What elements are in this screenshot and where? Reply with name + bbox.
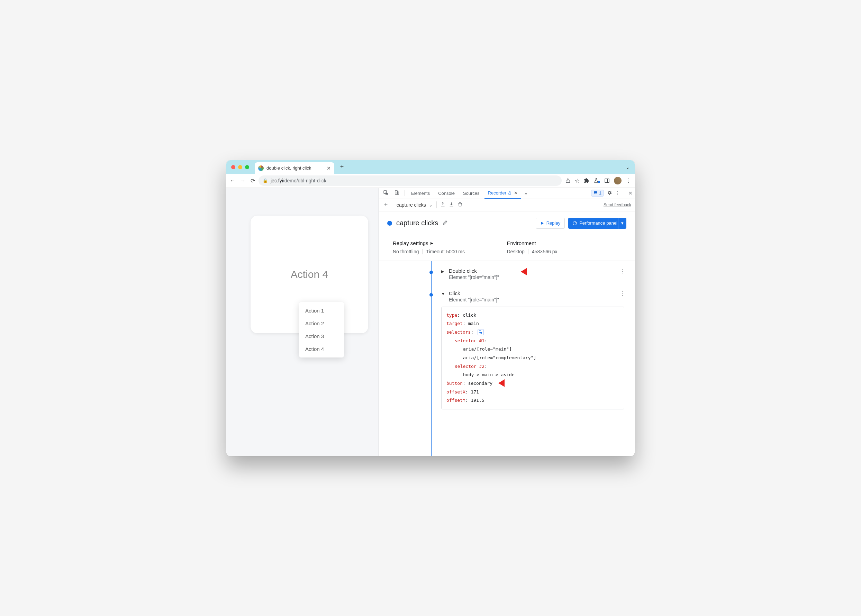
browser-tab[interactable]: double click, right click ✕ [255, 162, 334, 174]
edit-title-icon[interactable] [442, 220, 448, 227]
step-click: ▼ Click Element "[role="main"]" ⋮ type: … [427, 287, 635, 416]
context-menu-item[interactable]: Action 2 [299, 317, 344, 330]
address-bar: ← → ⟳ 🔒 jec.fyi/demo/dbl-right-click ☆ [226, 174, 635, 188]
tab-title: double click, right click [267, 165, 324, 171]
recording-settings: Replay settings ▶ No throttling Timeout:… [379, 235, 635, 261]
inspect-element-icon[interactable] [381, 190, 391, 196]
nav-buttons: ← → ⟳ [230, 178, 255, 184]
more-tabs-icon[interactable]: » [523, 191, 529, 196]
pick-selector-icon[interactable] [478, 329, 484, 335]
tab-console[interactable]: Console [435, 188, 458, 199]
detail-button: secondary [468, 381, 492, 386]
close-window-icon[interactable] [231, 165, 235, 169]
performance-panel-dropdown[interactable]: ▾ [618, 218, 626, 229]
replay-button[interactable]: Replay [536, 218, 565, 229]
minimize-window-icon[interactable] [238, 165, 242, 169]
recorder-toolbar: + capture clicks ⌄ [379, 199, 635, 211]
performance-panel-button[interactable]: Performance panel [568, 218, 622, 229]
send-feedback-link[interactable]: Send feedback [603, 203, 631, 207]
titlebar: double click, right click ✕ + ⌄ [226, 160, 635, 174]
detail-offsety: 191.5 [471, 398, 484, 403]
tab-recorder[interactable]: Recorder ✕ [484, 188, 521, 199]
reload-button[interactable]: ⟳ [251, 178, 255, 184]
step-menu-icon[interactable]: ⋮ [619, 268, 624, 275]
tabs-overflow-icon[interactable]: ⌄ [626, 164, 630, 170]
tab-recorder-label: Recorder [488, 190, 506, 195]
timeout-value: Timeout: 5000 ms [426, 249, 465, 255]
step-label: Double click [449, 268, 499, 274]
issues-icon [594, 191, 598, 195]
chrome-menu-icon[interactable]: ⋮ [626, 178, 631, 184]
env-size: 458×566 px [532, 249, 558, 255]
detail-target: main [468, 321, 479, 326]
context-menu-item[interactable]: Action 4 [299, 343, 344, 355]
bookmark-icon[interactable]: ☆ [575, 178, 580, 184]
new-recording-button[interactable]: + [382, 201, 389, 209]
step-selector: Element "[role="main"]" [449, 275, 499, 280]
issues-count: 1 [599, 191, 602, 195]
throttling-value: No throttling [393, 249, 419, 255]
maximize-window-icon[interactable] [245, 165, 249, 169]
settings-gear-icon[interactable] [606, 190, 612, 196]
recording-header: capture clicks Replay Performance panel [379, 211, 635, 235]
performance-panel-label: Performance panel [579, 220, 617, 226]
favicon-icon [258, 165, 264, 171]
context-menu-item[interactable]: Action 3 [299, 330, 344, 343]
detail-offsetx: 171 [471, 389, 479, 394]
step-dot-icon [429, 293, 433, 297]
flask-icon [507, 191, 512, 195]
devtools-menu-icon[interactable]: ⋮ [615, 190, 620, 196]
play-icon [540, 221, 544, 225]
window-controls [231, 165, 249, 169]
selector-value: aria/[role="main"] [446, 345, 619, 354]
share-icon[interactable] [565, 178, 571, 184]
card-title: Action 4 [291, 269, 328, 280]
disclosure-triangle-icon[interactable]: ▼ [441, 292, 446, 296]
replay-button-label: Replay [547, 220, 560, 226]
extensions-icon[interactable] [584, 178, 589, 184]
devtools-panel: Elements Console Sources Recorder ✕ » 1 [379, 188, 635, 456]
forward-button[interactable]: → [240, 178, 246, 184]
replay-settings-toggle[interactable]: Replay settings ▶ [393, 240, 507, 246]
disclosure-triangle-icon[interactable]: ▶ [441, 269, 446, 274]
url-input[interactable]: 🔒 jec.fyi/demo/dbl-right-click [259, 176, 562, 186]
url-text: jec.fyi/demo/dbl-right-click [270, 178, 326, 184]
tab-sources[interactable]: Sources [460, 188, 483, 199]
tab-close-icon[interactable]: ✕ [327, 165, 331, 171]
new-tab-button[interactable]: + [337, 162, 347, 172]
side-panel-icon[interactable] [604, 178, 610, 184]
step-label: Click [449, 290, 499, 296]
env-device: Desktop [507, 249, 525, 255]
recording-indicator-icon [387, 221, 392, 226]
devtools-tabstrip: Elements Console Sources Recorder ✕ » 1 [379, 188, 635, 199]
export-icon[interactable] [440, 202, 445, 208]
experiments-flask-icon[interactable] [594, 178, 600, 184]
back-button[interactable]: ← [230, 178, 235, 184]
profile-avatar[interactable] [614, 177, 622, 184]
step-double-click: ▶ Double click Element "[role="main"]" ⋮ [427, 264, 635, 287]
environment-heading: Environment [507, 240, 621, 246]
replay-settings-label: Replay settings [393, 240, 429, 246]
step-selector: Element "[role="main"]" [449, 297, 499, 302]
toolbar-right: ☆ ⋮ [565, 177, 631, 184]
issues-badge[interactable]: 1 [591, 190, 604, 196]
import-icon[interactable] [449, 202, 454, 208]
recording-selector[interactable]: capture clicks ⌄ [397, 202, 433, 207]
step-menu-icon[interactable]: ⋮ [619, 290, 624, 297]
step-details: type: click target: main selectors: sele… [441, 306, 624, 410]
annotation-arrow-icon [521, 267, 536, 277]
delete-icon[interactable] [457, 202, 463, 208]
step-dot-icon [429, 270, 433, 274]
steps-timeline: ▶ Double click Element "[role="main"]" ⋮ [379, 261, 635, 456]
gauge-icon [572, 221, 577, 226]
device-toolbar-icon[interactable] [392, 190, 402, 196]
tab-close-icon[interactable]: ✕ [514, 190, 518, 195]
context-menu-item[interactable]: Action 1 [299, 304, 344, 317]
chevron-down-icon: ⌄ [429, 202, 433, 207]
annotation-arrow-icon [498, 378, 514, 388]
page-viewport: Action 4 Action 1 Action 2 Action 3 Acti… [226, 188, 379, 456]
tab-elements[interactable]: Elements [408, 188, 433, 199]
selector-value: aria/[role="complementary"] [446, 354, 619, 362]
caret-right-icon: ▶ [430, 241, 433, 245]
devtools-close-icon[interactable]: ✕ [628, 190, 633, 196]
